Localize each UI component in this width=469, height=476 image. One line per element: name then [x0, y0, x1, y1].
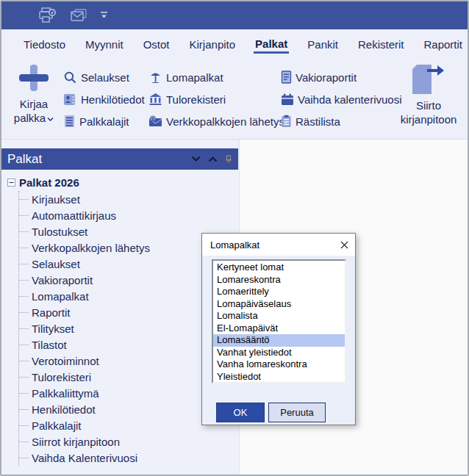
kirjaa-label-line2: palkka: [14, 112, 46, 124]
menu-bar: Tiedosto Myynnit Ostot Kirjanpito Palkat…: [1, 29, 468, 59]
siirto-label-line2: kirjanpitoon: [401, 113, 457, 126]
tab-raportit[interactable]: Raportit: [423, 35, 465, 54]
vakioraportit-label: Vakioraportit: [296, 71, 357, 84]
tulorekisteri-label: Tulorekisteri: [166, 93, 226, 106]
dialog-list-item[interactable]: Lomalista: [213, 310, 345, 322]
verkkopalkkojen-lahetys-button[interactable]: $ Verkkopalkkojen lähetys: [148, 110, 281, 132]
person-card-icon: [63, 93, 77, 106]
tab-palkat[interactable]: Palkat: [254, 35, 289, 54]
tree-item-vaihda-kalenterivuosi[interactable]: Vaihda Kalenterivuosi: [19, 450, 235, 466]
tab-pankit[interactable]: Pankit: [306, 35, 340, 54]
dialog-list-item[interactable]: Kertyneet lomat: [213, 262, 345, 274]
palkat-panel-header: Palkat: [1, 148, 238, 170]
plus-icon: [16, 63, 51, 93]
tree-root-label: Palkat 2026: [19, 176, 79, 189]
ribbon-group-1: Selaukset Henkilötiedot: [63, 66, 148, 132]
palkkalajit-button[interactable]: Palkkalajit: [63, 110, 148, 132]
ribbon-group-2: Lomapalkat Tulorekisteri: [148, 66, 281, 132]
tree-item-siirrot-kirjanpitoon[interactable]: Siirrot kirjanpitoon: [19, 433, 235, 450]
dialog-list-item[interactable]: Lomapäiväselaus: [213, 298, 345, 311]
lomapalkat-button[interactable]: Lomapalkat: [148, 66, 281, 88]
tab-kirjanpito[interactable]: Kirjanpito: [188, 35, 237, 54]
collapse-box-icon[interactable]: [7, 178, 15, 187]
cancel-button[interactable]: Peruuta: [268, 403, 326, 422]
dialog-title-bar: Lomapalkat: [202, 234, 355, 256]
ribbon-toolbar: Kirjaa palkka Selaukset: [1, 59, 468, 140]
vaihda-kalenterivuosi-label: Vaihda kalenterivuosi: [298, 93, 401, 106]
calendar-icon: [281, 93, 294, 106]
lomapalkat-dialog: Lomapalkat Kertyneet lomat Lomareskontra…: [201, 233, 356, 425]
dialog-list-item[interactable]: Lomareskontra: [213, 274, 345, 286]
dialog-listbox[interactable]: Kertyneet lomat Lomareskontra Lomaeritte…: [212, 259, 346, 383]
dialog-list-item[interactable]: Yleistiedot: [213, 371, 345, 383]
dialog-title: Lomapalkat: [210, 239, 259, 250]
panel-title: Palkat: [7, 152, 42, 167]
bank-building-icon: [148, 93, 162, 106]
more-commands-icon[interactable]: [100, 11, 109, 20]
app-window: Tiedosto Myynnit Ostot Kirjanpito Palkat…: [0, 0, 469, 476]
envelope-money-icon: $: [148, 115, 162, 127]
tab-ostot[interactable]: Ostot: [142, 35, 171, 54]
close-icon[interactable]: [333, 234, 355, 256]
collapse-up-icon[interactable]: [208, 156, 218, 162]
tree-item-automaattikirjaus[interactable]: Automaattikirjaus: [19, 207, 235, 223]
chevron-down-icon: [47, 112, 54, 124]
document-arrow-icon: [411, 63, 446, 94]
henkilotiedot-button[interactable]: Henkilötiedot: [63, 88, 148, 110]
tab-myynnit[interactable]: Myynnit: [84, 35, 125, 54]
selaukset-label: Selaukset: [81, 71, 129, 84]
magnifier-icon: [63, 71, 77, 84]
rastilista-label: Rästilista: [296, 115, 340, 128]
ok-button[interactable]: OK: [216, 403, 265, 422]
dialog-list-item[interactable]: El-Lomapäivät: [213, 322, 345, 335]
kirjaa-label-line1: Kirjaa: [20, 98, 48, 110]
tab-tiedosto[interactable]: Tiedosto: [22, 35, 67, 54]
tulorekisteri-button[interactable]: Tulorekisteri: [148, 88, 281, 110]
beach-umbrella-icon: [148, 71, 162, 84]
title-bar: [1, 1, 468, 29]
selaukset-button[interactable]: Selaukset: [63, 66, 148, 88]
collapse-down-icon[interactable]: [191, 156, 201, 162]
dialog-list-item[interactable]: Lomasääntö: [213, 334, 345, 347]
pin-icon[interactable]: [225, 155, 232, 164]
tree-item-kirjaukset[interactable]: Kirjaukset: [19, 191, 235, 207]
dialog-list-item[interactable]: Lomaerittely: [213, 286, 345, 298]
printer-check-icon[interactable]: [38, 7, 57, 24]
lomapalkat-label: Lomapalkat: [166, 71, 223, 84]
tree-root-palkat-2026[interactable]: Palkat 2026: [7, 173, 235, 191]
kirjaa-palkka-button[interactable]: Kirjaa palkka: [7, 63, 60, 125]
palkkalajit-label: Palkkalajit: [79, 115, 129, 128]
tab-rekisterit[interactable]: Rekisterit: [357, 35, 406, 54]
siirto-kirjanpitoon-button[interactable]: Siirto kirjanpitoon: [393, 63, 465, 126]
pay-types-list-icon: [63, 115, 76, 128]
siirto-label-line1: Siirto: [416, 99, 441, 112]
henkilotiedot-label: Henkilötiedot: [81, 93, 145, 106]
mail-icon[interactable]: [69, 7, 88, 24]
verkkopalkkojen-lahetys-label: Verkkopalkkojen lähetys: [166, 115, 284, 128]
report-document-icon: [281, 71, 292, 84]
dialog-list-item[interactable]: Vanha lomareskontra: [213, 358, 345, 371]
clipboard-list-icon: [281, 115, 292, 128]
dialog-list-item[interactable]: Vanhat yleistiedot: [213, 347, 345, 359]
